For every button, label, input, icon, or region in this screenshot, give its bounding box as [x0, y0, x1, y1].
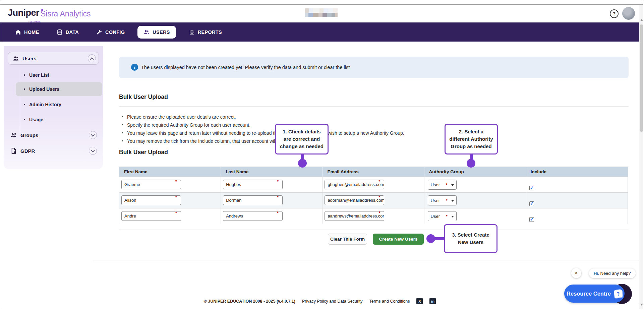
- help-icon[interactable]: ?: [610, 9, 619, 18]
- users-icon: [143, 29, 150, 35]
- info-icon: i: [131, 64, 138, 71]
- nav-reports[interactable]: REPORTS: [184, 26, 227, 39]
- sidebar-item-upload-users[interactable]: Upload Users: [16, 82, 102, 96]
- vertical-scrollbar: [639, 5, 643, 309]
- required-asterisk: *: [277, 179, 320, 184]
- required-asterisk: *: [446, 214, 448, 219]
- x-social-icon[interactable]: X: [416, 298, 423, 304]
- column-header: Include: [526, 167, 628, 177]
- chevron-down-icon: [91, 133, 95, 136]
- product-title: Sisra Analytics: [41, 9, 91, 18]
- table-row: Graeme* Hughes* ghughes@emailaddress.com…: [119, 177, 628, 192]
- sidebar-section-groups[interactable]: Groups: [10, 130, 98, 140]
- callout-pointer-dot: [467, 159, 475, 168]
- authority-group-select[interactable]: User*: [428, 180, 457, 190]
- scroll-down-arrow[interactable]: [640, 304, 643, 306]
- required-asterisk: *: [175, 179, 219, 184]
- nav-label: CONFIG: [105, 29, 125, 35]
- nav-config[interactable]: CONFIG: [92, 26, 129, 39]
- required-asterisk: *: [446, 198, 448, 203]
- last-name-input[interactable]: Dorman: [223, 195, 283, 205]
- nav-data[interactable]: DATA: [52, 26, 83, 39]
- callout-pointer-dot: [426, 234, 435, 243]
- collapse-button[interactable]: [88, 54, 96, 62]
- sidebar-item-label: Usage: [29, 117, 43, 122]
- info-banner-text: The users displayed have not been create…: [141, 65, 350, 70]
- authority-group-select[interactable]: User*: [428, 195, 457, 205]
- juniper-logo[interactable]: Juniper Education: [8, 8, 39, 18]
- select-value: User: [431, 198, 440, 203]
- nav-label: DATA: [66, 29, 79, 35]
- required-asterisk: *: [378, 211, 422, 215]
- table-row: Alison* Dorman* adorman@emailaddress.com…: [119, 192, 628, 208]
- sidebar-item-admin-history[interactable]: Admin History: [24, 101, 61, 108]
- email-input[interactable]: adorman@emailaddress.com: [325, 195, 384, 205]
- sidebar-section-label: GDPR: [20, 148, 89, 154]
- chevron-down-icon: [91, 148, 95, 152]
- resource-centre-button[interactable]: Resource Centre ?: [564, 285, 625, 303]
- include-checkbox[interactable]: ✓: [529, 217, 534, 222]
- nav-label: USERS: [153, 29, 170, 35]
- avatar[interactable]: [622, 7, 635, 20]
- required-asterisk: *: [378, 195, 422, 200]
- sidebar-item-label: Upload Users: [29, 86, 59, 92]
- chevron-down-icon: [451, 200, 454, 202]
- callout-pointer-dot: [298, 159, 307, 168]
- required-asterisk: *: [446, 183, 448, 187]
- last-name-input[interactable]: Hughes: [223, 180, 283, 189]
- app-header: Juniper Education Sisra Analytics ?: [0, 5, 643, 22]
- callout-authority-group: 2. Select a different Authority Group as…: [445, 124, 498, 154]
- divider: [119, 230, 629, 230]
- select-value: User: [431, 214, 440, 219]
- scrollbar-thumb[interactable]: [640, 24, 643, 132]
- home-icon: [15, 29, 21, 35]
- expand-button[interactable]: [89, 131, 97, 139]
- column-header: First Name: [119, 167, 221, 177]
- linkedin-icon[interactable]: in: [429, 298, 436, 304]
- instruction-item: Please ensure the uploaded user details …: [122, 114, 404, 120]
- authority-group-select[interactable]: User*: [428, 211, 457, 221]
- expand-button[interactable]: [89, 147, 97, 155]
- instruction-item: Specify the required Authority Group for…: [122, 122, 404, 128]
- column-header: Email Address: [323, 167, 424, 177]
- main-nav: HOME DATA CONFIG USERS REPORTS: [0, 22, 643, 42]
- nav-home[interactable]: HOME: [10, 26, 44, 39]
- sidebar-item-user-list[interactable]: User List: [24, 71, 49, 79]
- instruction-item: You may leave this page and return later…: [122, 130, 404, 136]
- chat-greeting-bubble: Hi. Need any help?: [589, 268, 636, 278]
- window-top-strip: [0, 0, 643, 5]
- first-name-input[interactable]: Graeme: [121, 180, 181, 189]
- callout-create-users: 3. Select Create New Users: [444, 224, 497, 253]
- terms-link[interactable]: Terms and Conditions: [369, 299, 410, 304]
- bullet-icon: [24, 88, 25, 90]
- sidebar-item-label: Admin History: [29, 102, 61, 107]
- first-name-input[interactable]: Alison: [121, 195, 181, 205]
- sidebar-section-gdpr[interactable]: GDPR: [10, 146, 98, 156]
- bullet-icon: [24, 74, 25, 76]
- first-name-input[interactable]: Andre: [121, 211, 181, 221]
- chevron-down-icon: [451, 216, 454, 218]
- last-name-input[interactable]: Andrews: [223, 211, 283, 221]
- redacted-school-name: [305, 8, 338, 17]
- check-icon: ✓: [530, 185, 534, 190]
- nav-users[interactable]: USERS: [137, 26, 176, 39]
- instructions-list: Please ensure the uploaded user details …: [122, 114, 404, 146]
- scroll-up-arrow[interactable]: [640, 19, 643, 21]
- sidebar-item-label: User List: [29, 72, 49, 78]
- gdpr-document-shield-icon: [10, 147, 17, 154]
- database-icon: [57, 29, 63, 35]
- bullet-icon: [24, 119, 25, 120]
- close-icon[interactable]: ×: [571, 268, 581, 278]
- email-input[interactable]: ghughes@emailaddress.com: [325, 180, 384, 189]
- email-input[interactable]: aandrews@emailaddress.com: [325, 211, 384, 221]
- include-checkbox[interactable]: ✓: [529, 201, 534, 206]
- privacy-policy-link[interactable]: Privacy Policy and Data Security: [302, 299, 363, 304]
- clear-form-button[interactable]: Clear This Form: [328, 234, 367, 245]
- sidebar-item-usage[interactable]: Usage: [24, 116, 43, 123]
- include-checkbox[interactable]: ✓: [529, 186, 534, 190]
- chevron-down-icon: [451, 184, 454, 186]
- create-new-users-button[interactable]: Create New Users: [373, 234, 424, 245]
- bulk-user-table: First Name Last Name Email Address Autho…: [119, 167, 628, 224]
- sidebar-section-users[interactable]: Users: [8, 52, 99, 65]
- required-asterisk: *: [175, 195, 219, 200]
